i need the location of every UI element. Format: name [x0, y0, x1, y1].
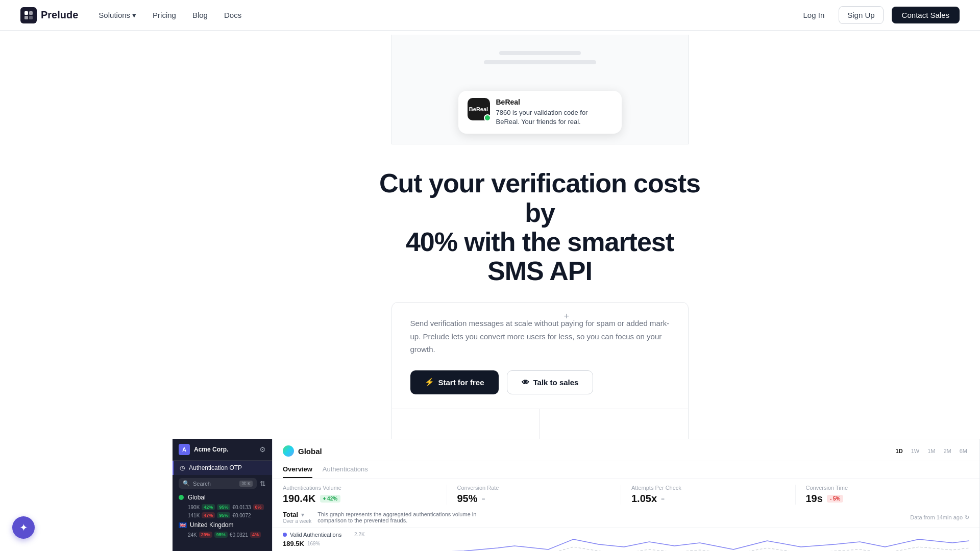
metric-badge-1c: 6% [253, 504, 264, 510]
uk-badge-3: 4% [250, 532, 261, 538]
desc-cta-card: Send verification messages at scale with… [391, 302, 689, 460]
metric-row-1: 190K 42% 95% €0.0133 6% [173, 503, 272, 511]
chart-description: This graph represents the aggregated aut… [317, 511, 491, 523]
legend-dot-valid [283, 533, 287, 537]
cta-buttons: ⚡ Start for free 👁 Talk to sales [392, 370, 688, 409]
metric-attempts: Attempts Per Check 1.05x = [631, 485, 796, 505]
navbar-right: Log In Sign Up Contact Sales [797, 6, 960, 24]
uk-badge-1: 29% [199, 532, 212, 538]
uk-metric-row: 24K 29% 95% €0.0321 4% [173, 531, 272, 539]
conv-time-badge: - 5% [827, 495, 844, 503]
sort-icon[interactable]: ⇅ [260, 480, 266, 488]
navbar: Prelude Solutions ▾ Pricing Blog Docs Lo… [0, 0, 980, 31]
bereal-status-dot [484, 114, 491, 121]
logo[interactable]: Prelude [20, 7, 78, 23]
logo-icon [20, 7, 37, 23]
time-filter-6m[interactable]: 6M [958, 447, 969, 455]
chevron-down-icon-total: ▾ [301, 511, 304, 518]
metrics-row: Authentications Volume 190.4K + 42% Conv… [273, 479, 979, 511]
dash-header: Global 1D 1W 1M 2M 6M [273, 439, 979, 461]
uk-flag-icon: 🇬🇧 [179, 522, 187, 528]
time-filter-1d[interactable]: 1D [894, 447, 905, 455]
svg-rect-2 [24, 16, 28, 19]
chat-widget-button[interactable]: ✦ [12, 516, 35, 539]
sms-content: BeReal 7860 is your validation code for … [496, 98, 612, 127]
chart-y-axis: 2.2K 1.7K [354, 532, 370, 551]
refresh-icon[interactable]: ↻ [965, 514, 969, 521]
tab-overview[interactable]: Overview [283, 461, 312, 478]
sidebar-item-auth-otp[interactable]: ◷ Authentication OTP [173, 461, 272, 475]
total-section: Total ▾ Over a week This graph represent… [273, 511, 979, 528]
data-timestamp: Data from 14min ago ↻ [910, 514, 969, 521]
time-filter-1m[interactable]: 1M [925, 447, 937, 455]
legend-badge: 169% [307, 541, 321, 546]
login-button[interactable]: Log In [797, 7, 831, 23]
gear-icon[interactable]: ⚙ [259, 445, 266, 454]
nav-docs[interactable]: Docs [224, 11, 241, 19]
lightning-icon: ⚡ [425, 378, 434, 387]
logo-text: Prelude [41, 9, 78, 21]
chart-area [380, 532, 969, 551]
auth-volume-badge: + 42% [320, 495, 341, 503]
chevron-down-icon: ▾ [132, 11, 136, 20]
app-status-dot [179, 495, 184, 500]
signup-button[interactable]: Sign Up [839, 6, 883, 24]
search-icon: 🔍 [183, 480, 190, 487]
main-content: BeReal BeReal 7860 is your validation co… [0, 0, 980, 460]
metric-badge-1a: 42% [202, 504, 215, 510]
bereal-logo: BeReal [468, 98, 490, 120]
chart-svg [380, 532, 969, 551]
time-filter-2m[interactable]: 2M [941, 447, 953, 455]
sidebar-search-row: 🔍 Search ⌘ K ⇅ [173, 475, 272, 492]
placeholder-line-1 [499, 51, 581, 55]
metric-badge-2b: 95% [217, 512, 230, 518]
navbar-left: Prelude Solutions ▾ Pricing Blog Docs [20, 7, 241, 23]
dashboard-area: A Acme Corp. ⚙ ◷ Authentication OTP 🔍 Se… [0, 444, 980, 551]
metric-conversion-time: Conversion Time 19s - 5% [806, 485, 970, 505]
dashboard-tabs: Overview Authentications [273, 461, 979, 479]
contact-sales-button[interactable]: Contact Sales [892, 7, 960, 23]
globe-icon [283, 445, 294, 457]
sms-notification-card: BeReal BeReal 7860 is your validation co… [458, 91, 622, 134]
uk-country-row[interactable]: 🇬🇧 United Kingdom [173, 519, 272, 531]
metric-row-2: 141K 47% 95% €0.0072 [173, 511, 272, 519]
eye-icon: 👁 [522, 378, 529, 387]
nav-blog[interactable]: Blog [192, 11, 208, 19]
sms-app-name: BeReal [496, 98, 612, 106]
time-filter-1w[interactable]: 1W [909, 447, 922, 455]
top-placeholder [391, 35, 689, 81]
tab-authentications[interactable]: Authentications [323, 461, 368, 478]
svg-rect-1 [29, 11, 33, 15]
talk-to-sales-button[interactable]: 👁 Talk to sales [507, 370, 594, 394]
description-text: Send verification messages at scale with… [410, 317, 670, 356]
sidebar-company: A Acme Corp. [179, 444, 228, 455]
equals-icon-2: = [661, 495, 665, 503]
dashboard-panel: Global 1D 1W 1M 2M 6M Overview Authentic… [272, 439, 980, 551]
dashboard-title: Global [283, 445, 322, 457]
metric-conversion-rate: Conversion Rate 95% = [457, 485, 622, 505]
search-box[interactable]: 🔍 Search ⌘ K [179, 478, 257, 489]
app-row-global[interactable]: Global [173, 492, 272, 503]
metric-badge-1b: 95% [217, 504, 230, 510]
nav-solutions[interactable]: Solutions ▾ [99, 11, 136, 20]
hero-section: Cut your verification costs by 40% with … [366, 144, 714, 302]
company-name: Acme Corp. [194, 446, 228, 453]
sidebar-panel: A Acme Corp. ⚙ ◷ Authentication OTP 🔍 Se… [173, 439, 272, 551]
nav-links: Solutions ▾ Pricing Blog Docs [99, 11, 241, 20]
nav-pricing[interactable]: Pricing [153, 11, 176, 19]
start-for-free-button[interactable]: ⚡ Start for free [410, 370, 499, 394]
company-avatar: A [179, 444, 190, 455]
sidebar-icon-otp: ◷ [180, 464, 185, 471]
placeholder-line-2 [484, 60, 596, 64]
sms-card-wrapper: BeReal BeReal 7860 is your validation co… [391, 81, 689, 144]
desc-section: Send verification messages at scale with… [392, 303, 688, 370]
time-filters: 1D 1W 1M 2M 6M [894, 447, 969, 455]
sms-message-body: 7860 is your validation code for BeReal.… [496, 108, 612, 127]
legend-label: Valid Authentications [290, 532, 341, 538]
metric-auth-volume: Authentications Volume 190.4K + 42% [283, 485, 447, 505]
svg-rect-0 [24, 11, 28, 15]
total-label: Total [283, 511, 298, 518]
hero-title: Cut your verification costs by 40% with … [377, 169, 703, 286]
chart-section: Valid Authentications 189.5K 169% 2.2K 1… [273, 528, 979, 551]
chart-legend: Valid Authentications 189.5K 169% [283, 532, 344, 547]
